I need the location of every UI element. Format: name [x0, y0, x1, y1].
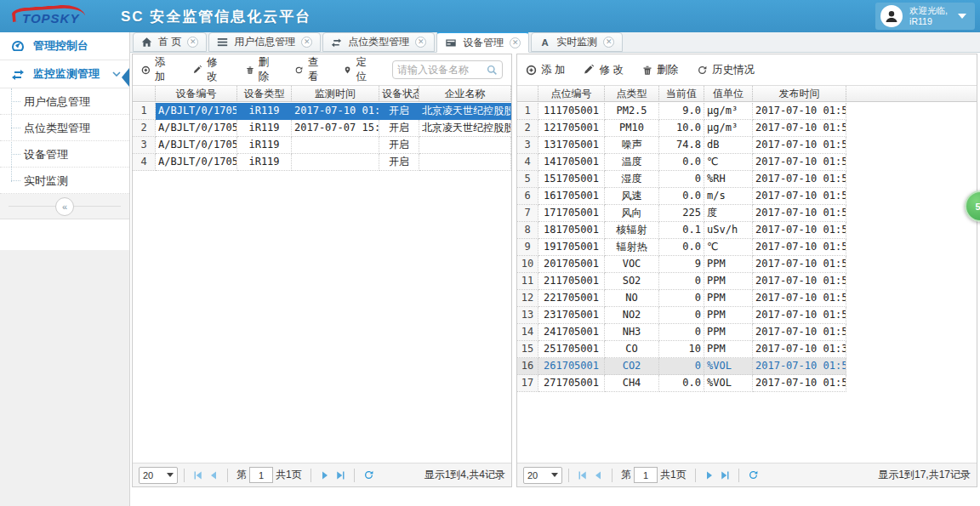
cell: 191705001 — [538, 239, 605, 256]
table-row[interactable]: 4141705001温度0.0℃2017-07-10 01:53:22 — [517, 154, 977, 171]
table-row[interactable]: 3131705001噪声74.8dB2017-07-10 01:53:22 — [517, 137, 977, 154]
tab-point-type[interactable]: 点位类型管理 ✕ — [322, 32, 435, 52]
history-button[interactable]: 历史情况 — [697, 63, 755, 77]
table-row[interactable]: 16261705001CO20%VOL2017-07-10 01:53:22 — [517, 358, 977, 375]
row-index-cell: 17 — [517, 375, 538, 392]
column-header[interactable]: 点类型 — [605, 86, 659, 102]
column-header[interactable]: 设备类型 — [237, 86, 292, 102]
tab-label: 首 页 — [158, 35, 181, 49]
close-icon[interactable]: ✕ — [603, 37, 614, 48]
column-header[interactable]: 设备编号 — [156, 86, 237, 102]
last-page-button[interactable] — [720, 470, 730, 480]
close-icon[interactable]: ✕ — [415, 37, 426, 48]
next-page-button[interactable] — [320, 470, 330, 480]
collapse-sidebar-button[interactable]: « — [55, 197, 74, 216]
table-row[interactable]: 17271705001CH40.0%VOL2017-07-10 01:53:21 — [517, 375, 977, 392]
table-row[interactable]: 7171705001风向225度2017-07-10 01:53:21 — [517, 205, 977, 222]
refresh-page-button[interactable] — [363, 469, 374, 480]
cell: 151705001 — [538, 171, 605, 188]
table-row[interactable]: 11211705001SO20PPM2017-07-10 01:53:22 — [517, 273, 977, 290]
cell: 2017-07-10 01:53:22 — [753, 256, 846, 273]
plus-circle-icon — [526, 65, 537, 76]
sidebar-section-monitoring[interactable]: 监控监测管理 — [0, 60, 129, 88]
table-row[interactable]: 15251705001CO10PPM2017-07-10 01:37:01 — [517, 341, 977, 358]
table-body: 1A/BJLT/0/1705001iR1192017-07-10 01:53:2… — [133, 103, 511, 171]
page-size-select[interactable]: 20 — [139, 467, 178, 484]
cell: 辐射热 — [605, 239, 659, 256]
table-row[interactable]: 10201705001VOC9PPM2017-07-10 01:53:22 — [517, 256, 977, 273]
cell: iR119 — [237, 120, 292, 137]
close-icon[interactable]: ✕ — [187, 37, 198, 48]
sidebar-item-realtime[interactable]: 实时监测 — [0, 168, 129, 194]
column-header[interactable]: 值单位 — [704, 86, 753, 102]
view-button[interactable]: 查看 — [294, 55, 325, 84]
device-toolbar: 添 加 修 改 删除 查看 定位 — [133, 54, 511, 86]
column-header[interactable]: 发布时间 — [753, 86, 846, 102]
edit-button[interactable]: 修 改 — [193, 55, 226, 84]
delete-button[interactable]: 删除 — [246, 55, 276, 84]
column-header[interactable]: 点位编号 — [538, 86, 605, 102]
table-row[interactable]: 4A/BJLT/0/1705004iR119开启 — [133, 154, 511, 171]
sidebar-item-device-mgmt[interactable]: 设备管理 — [0, 141, 129, 168]
table-row[interactable]: 3A/BJLT/0/1705003iR119开启 — [133, 137, 511, 154]
column-header[interactable]: 监测时间 — [292, 86, 379, 102]
header-index-cell — [133, 86, 156, 102]
add-button[interactable]: 添 加 — [526, 63, 565, 77]
tab-label: 点位类型管理 — [348, 35, 409, 49]
table-row[interactable]: 13231705001NO20PPM2017-07-10 01:53:22 — [517, 307, 977, 324]
tab-home[interactable]: 首 页 ✕ — [133, 32, 207, 52]
table-row[interactable]: 1111705001PM2.59.0μg/m³2017-07-10 01:53:… — [517, 103, 977, 120]
cell: 开启 — [379, 137, 419, 154]
page-number-input[interactable] — [634, 467, 658, 483]
sidebar-item-console[interactable]: 管理控制台 — [0, 32, 129, 60]
table-row[interactable]: 1A/BJLT/0/1705001iR1192017-07-10 01:53:2… — [133, 103, 511, 120]
cell: CH4 — [605, 375, 659, 392]
panel-collapse-arrow-icon[interactable] — [122, 68, 129, 87]
svg-text:A: A — [542, 37, 549, 48]
locate-button[interactable]: 定位 — [344, 55, 373, 84]
table-row[interactable]: 14241705001NH30PPM2017-07-10 01:53:21 — [517, 324, 977, 341]
point-pagination: 20 第 共1页 显示1到17,共17记录 — [517, 463, 977, 486]
prev-page-button[interactable] — [208, 470, 219, 480]
search-icon[interactable] — [487, 65, 498, 76]
tab-device-mgmt[interactable]: 设备管理 ✕ — [436, 31, 529, 53]
cell: 北京凌天世纪控股股份有限公司 — [419, 120, 511, 137]
cell: iR119 — [237, 103, 292, 120]
user-menu[interactable]: 欢迎光临, iR119 — [875, 3, 975, 30]
tab-user-info[interactable]: 用户信息管理 ✕ — [208, 32, 321, 52]
table-row[interactable]: 2A/BJLT/0/1705002iR1192017-07-07 15:03:0… — [133, 120, 511, 137]
next-page-button[interactable] — [704, 470, 715, 480]
table-row[interactable]: 12221705001NO0PPM2017-07-10 01:53:21 — [517, 290, 977, 307]
table-row[interactable]: 6161705001风速0.0m/s2017-07-10 01:53:21 — [517, 188, 977, 205]
table-row[interactable]: 9191705001辐射热0.0℃2017-07-10 01:53:21 — [517, 239, 977, 256]
refresh-page-button[interactable] — [748, 469, 759, 480]
welcome-text: 欢迎光临, iR119 — [909, 5, 948, 27]
table-row[interactable]: 5151705001湿度0%RH2017-07-10 01:53:22 — [517, 171, 977, 188]
column-header[interactable]: 设备状态 — [379, 86, 419, 102]
sidebar-item-point-type[interactable]: 点位类型管理 — [0, 115, 129, 141]
add-button[interactable]: 添 加 — [141, 55, 174, 84]
search-input[interactable] — [397, 64, 487, 76]
close-icon[interactable]: ✕ — [301, 37, 312, 48]
column-header[interactable]: 企业名称 — [419, 86, 511, 102]
page-size-select[interactable]: 20 — [523, 467, 562, 484]
sidebar-item-user-info[interactable]: 用户信息管理 — [0, 88, 129, 115]
cell: 核辐射 — [605, 222, 659, 239]
first-page-button[interactable] — [578, 470, 588, 480]
prev-page-button[interactable] — [593, 470, 603, 480]
tab-realtime[interactable]: A 实时监测 ✕ — [531, 32, 623, 52]
close-icon[interactable]: ✕ — [510, 37, 521, 48]
page-number-input[interactable] — [249, 467, 273, 483]
delete-button[interactable]: 删除 — [642, 63, 678, 77]
table-row[interactable]: 8181705001核辐射0.1uSv/h2017-07-10 01:53:21 — [517, 222, 977, 239]
row-index-cell: 6 — [517, 188, 538, 205]
row-index-cell: 2 — [517, 120, 538, 137]
first-page-button[interactable] — [193, 470, 203, 480]
row-index-cell: 16 — [517, 358, 538, 375]
page-total: 共1页 — [660, 468, 687, 482]
last-page-button[interactable] — [335, 470, 345, 480]
row-index-cell: 10 — [517, 256, 538, 273]
column-header[interactable]: 当前值 — [659, 86, 704, 102]
table-row[interactable]: 2121705001PM1010.0μg/m³2017-07-10 01:53:… — [517, 120, 977, 137]
edit-button[interactable]: 修 改 — [584, 63, 623, 77]
